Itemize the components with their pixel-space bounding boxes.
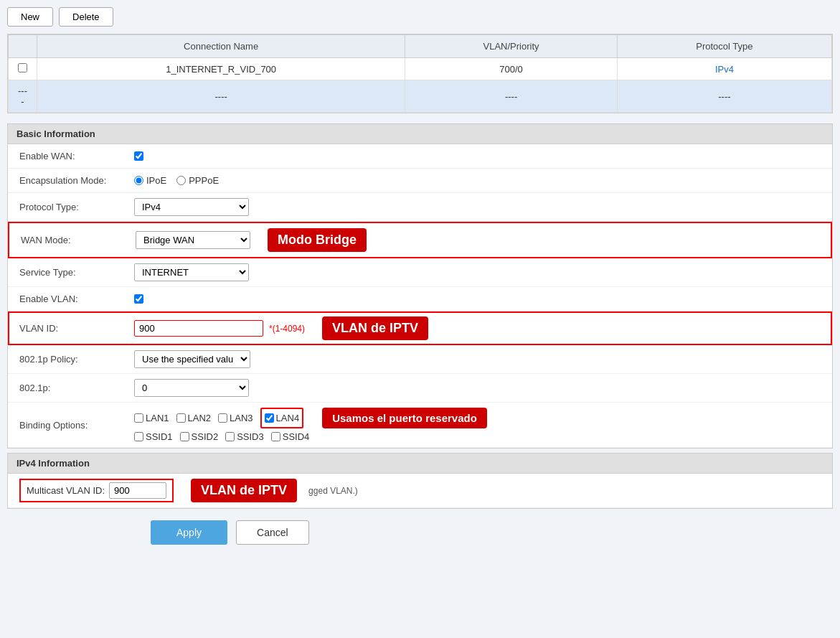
table-col-protocol: Protocol Type: [617, 35, 831, 58]
row2-vlan: ----: [405, 80, 618, 113]
encapsulation-control: IPoE PPPoE: [134, 175, 821, 186]
vlan-id-control: *(1-4094) VLAN de IPTV: [134, 316, 821, 340]
ssid3-checkbox[interactable]: [225, 432, 235, 441]
apply-button[interactable]: Apply: [151, 520, 227, 545]
basic-info-section: Basic Information Enable WAN: Encapsulat…: [7, 123, 833, 449]
multicast-note: gged VLAN.): [308, 486, 358, 496]
enable-vlan-checkbox[interactable]: [134, 294, 143, 304]
row1-name: 1_INTERNET_R_VID_700: [37, 58, 405, 80]
lan1-label[interactable]: LAN1: [134, 408, 169, 428]
enable-wan-checkbox[interactable]: [134, 151, 143, 161]
table-col-name: Connection Name: [37, 35, 405, 58]
table-col-checkbox: [9, 35, 37, 58]
toolbar: New Delete: [7, 7, 833, 27]
ssid2-label[interactable]: SSID2: [180, 431, 219, 442]
wan-mode-select[interactable]: Bridge WAN Route WAN: [136, 231, 250, 249]
binding-control: LAN1 LAN2 LAN3 LAN4 Usamos el puerto res…: [134, 408, 821, 442]
bottom-toolbar: Apply Cancel: [7, 509, 833, 550]
basic-info-header: Basic Information: [8, 124, 832, 144]
ssid3-label[interactable]: SSID3: [225, 431, 264, 442]
lan2-label[interactable]: LAN2: [176, 408, 212, 428]
lan3-label[interactable]: LAN3: [218, 408, 253, 428]
lan4-label[interactable]: LAN4: [260, 408, 304, 428]
dot1p-policy-control: Use the specified valu Use the inner val…: [134, 350, 821, 368]
multicast-vlan-annotation: VLAN de IPTV: [191, 479, 297, 502]
connection-table-wrapper: Connection Name VLAN/Priority Protocol T…: [7, 34, 833, 113]
binding-row2: SSID1 SSID2 SSID3 SSID4: [134, 431, 309, 442]
ipoe-radio[interactable]: [134, 176, 143, 185]
dot1p-row: 802.1p: 0 1 2 3 4 5 6 7: [8, 374, 832, 403]
binding-annotation: Usamos el puerto reservado: [322, 408, 487, 428]
enable-vlan-label: Enable VLAN:: [19, 294, 134, 304]
vlan-id-row: VLAN ID: *(1-4094) VLAN de IPTV: [8, 311, 832, 345]
encapsulation-row: Encapsulation Mode: IPoE PPPoE: [8, 169, 832, 193]
ipv4-info-section: IPv4 Information Multicast VLAN ID: VLAN…: [7, 453, 833, 509]
binding-row1: LAN1 LAN2 LAN3 LAN4 Usamos el puerto res…: [134, 408, 487, 428]
vlan-id-input[interactable]: [134, 320, 263, 337]
table-row[interactable]: ---- ---- ---- ----: [9, 80, 832, 113]
service-type-row: Service Type: INTERNET TR069 VOIP OTHER: [8, 258, 832, 287]
enable-wan-label: Enable WAN:: [19, 151, 134, 161]
pppoe-label: PPPoE: [189, 175, 219, 186]
cancel-button[interactable]: Cancel: [236, 520, 309, 545]
row1-vlan: 700/0: [405, 58, 618, 80]
new-button[interactable]: New: [7, 7, 53, 27]
wan-mode-annotation: Modo Bridge: [268, 228, 367, 252]
dot1p-policy-select[interactable]: Use the specified valu Use the inner val…: [134, 350, 250, 368]
vlan-id-hint: *(1-4094): [269, 324, 305, 334]
lan4-checkbox[interactable]: [265, 413, 274, 423]
row1-protocol: IPv4: [617, 58, 831, 80]
row1-checkbox[interactable]: [18, 63, 27, 72]
dot1p-label: 802.1p:: [19, 383, 134, 393]
wan-mode-row: WAN Mode: Bridge WAN Route WAN Modo Brid…: [8, 222, 832, 258]
ssid4-label[interactable]: SSID4: [271, 431, 310, 442]
ssid4-checkbox[interactable]: [271, 432, 280, 441]
binding-row: Binding Options: LAN1 LAN2 LAN3 LAN4 Usa…: [8, 403, 832, 448]
ssid2-checkbox[interactable]: [180, 432, 189, 441]
multicast-vlan-box: Multicast VLAN ID:: [19, 479, 174, 502]
lan3-checkbox[interactable]: [218, 413, 227, 423]
ssid1-label[interactable]: SSID1: [134, 431, 173, 442]
dot1p-policy-label: 802.1p Policy:: [19, 354, 134, 365]
protocol-type-select[interactable]: IPv4 IPv6 IPv4/IPv6: [134, 198, 249, 216]
dot1p-policy-row: 802.1p Policy: Use the specified valu Us…: [8, 345, 832, 374]
pppoe-radio[interactable]: [176, 176, 186, 185]
encapsulation-label: Encapsulation Mode:: [19, 175, 134, 186]
ipoe-radio-label[interactable]: IPoE: [134, 175, 166, 186]
enable-vlan-control: [134, 294, 821, 304]
multicast-vlan-row: Multicast VLAN ID: VLAN de IPTV gged VLA…: [8, 474, 832, 508]
enable-wan-row: Enable WAN:: [8, 144, 832, 169]
binding-label: Binding Options:: [19, 420, 134, 431]
enable-wan-control: [134, 151, 821, 161]
dot1p-select[interactable]: 0 1 2 3 4 5 6 7: [134, 379, 249, 397]
service-type-select[interactable]: INTERNET TR069 VOIP OTHER: [134, 263, 249, 281]
dot1p-control: 0 1 2 3 4 5 6 7: [134, 379, 821, 397]
service-type-control: INTERNET TR069 VOIP OTHER: [134, 263, 821, 281]
ssid1-checkbox[interactable]: [134, 432, 143, 441]
multicast-vlan-input[interactable]: [109, 482, 166, 499]
lan2-checkbox[interactable]: [176, 413, 186, 423]
wan-mode-label: WAN Mode:: [21, 235, 136, 245]
multicast-vlan-label: Multicast VLAN ID:: [27, 485, 105, 496]
service-type-label: Service Type:: [19, 267, 134, 278]
row2-protocol: ----: [617, 80, 831, 113]
protocol-type-label: Protocol Type:: [19, 202, 134, 212]
table-row[interactable]: 1_INTERNET_R_VID_700 700/0 IPv4: [9, 58, 832, 80]
pppoe-radio-label[interactable]: PPPoE: [176, 175, 219, 186]
table-col-vlan: VLAN/Priority: [405, 35, 618, 58]
delete-button[interactable]: Delete: [59, 7, 113, 27]
ipv4-info-header: IPv4 Information: [8, 454, 832, 474]
enable-vlan-row: Enable VLAN:: [8, 287, 832, 311]
lan1-checkbox[interactable]: [134, 413, 143, 423]
row2-checkbox-cell: ----: [9, 80, 37, 113]
connection-table: Connection Name VLAN/Priority Protocol T…: [8, 34, 832, 113]
ipoe-label: IPoE: [146, 175, 166, 186]
vlan-id-annotation: VLAN de IPTV: [322, 316, 428, 340]
row2-name: ----: [37, 80, 405, 113]
vlan-id-label: VLAN ID:: [19, 323, 134, 334]
protocol-type-row: Protocol Type: IPv4 IPv6 IPv4/IPv6: [8, 193, 832, 222]
wan-mode-control: Bridge WAN Route WAN Modo Bridge: [136, 228, 819, 252]
protocol-type-control: IPv4 IPv6 IPv4/IPv6: [134, 198, 821, 216]
